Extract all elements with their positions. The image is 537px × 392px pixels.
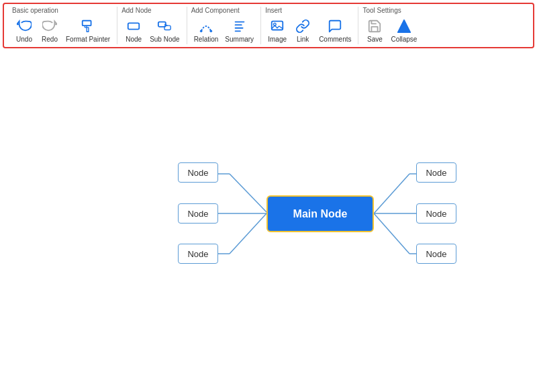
- group-label-insert: Insert: [265, 7, 282, 14]
- summary-label: Summary: [225, 36, 254, 43]
- svg-line-10: [230, 174, 266, 212]
- toolbar: Basic operationUndoRedoFormat PainterAdd…: [3, 3, 534, 48]
- relation-button[interactable]: Relation: [191, 17, 222, 44]
- save-label: Save: [367, 36, 383, 43]
- link-label: Link: [297, 36, 309, 43]
- summary-button[interactable]: Summary: [222, 17, 256, 44]
- collapse-label: Collapse: [391, 36, 417, 43]
- svg-point-6: [209, 30, 212, 33]
- group-label-tool-settings: Tool Settings: [362, 7, 401, 14]
- collapse-icon: [396, 18, 412, 34]
- main-node[interactable]: Main Node: [266, 195, 374, 232]
- group-label-add-component: Add Component: [191, 7, 240, 14]
- node-button[interactable]: Node: [121, 17, 146, 44]
- node-icon: [126, 18, 142, 34]
- svg-point-5: [200, 30, 203, 33]
- image-button[interactable]: Image: [265, 17, 289, 44]
- toolbar-group-basic-operation: Basic operationUndoRedoFormat Painter: [8, 7, 117, 44]
- svg-line-19: [374, 213, 409, 254]
- redo-button: Redo: [38, 17, 62, 44]
- group-buttons-insert: ImageLinkComments: [265, 17, 354, 44]
- toolbar-group-insert: InsertImageLinkComments: [261, 7, 358, 44]
- link-button[interactable]: Link: [291, 17, 315, 44]
- group-buttons-basic-operation: UndoRedoFormat Painter: [12, 17, 113, 44]
- right-node-top[interactable]: Node: [416, 162, 456, 183]
- toolbar-group-tool-settings: Tool SettingsSaveCollapse: [358, 7, 424, 44]
- sub-node-label: Sub Node: [150, 36, 179, 43]
- right-node-mid[interactable]: Node: [416, 203, 456, 224]
- group-buttons-add-component: RelationSummary: [191, 17, 257, 44]
- comments-icon: [327, 18, 343, 34]
- left-node-top[interactable]: Node: [178, 162, 218, 183]
- sub-node-button[interactable]: Sub Node: [147, 17, 182, 44]
- group-buttons-add-node: NodeSub Node: [121, 17, 182, 44]
- group-label-add-node: Add Node: [121, 7, 151, 14]
- undo-icon: [16, 18, 32, 34]
- summary-icon: [232, 18, 248, 34]
- svg-rect-0: [83, 21, 91, 26]
- right-node-bot[interactable]: Node: [416, 244, 456, 264]
- link-icon: [295, 18, 311, 34]
- svg-rect-1: [128, 23, 140, 29]
- image-label: Image: [268, 36, 287, 43]
- svg-line-16: [374, 174, 409, 213]
- undo-label: Undo: [16, 36, 32, 43]
- left-node-bot[interactable]: Node: [178, 244, 218, 264]
- comments-button[interactable]: Comments: [316, 17, 354, 44]
- format-painter-icon: [80, 18, 96, 34]
- relation-icon: [198, 18, 214, 34]
- canvas: Node Node Node Main Node Node Node Node: [0, 51, 537, 392]
- collapse-button[interactable]: Collapse: [388, 17, 420, 44]
- left-node-mid[interactable]: Node: [178, 203, 218, 224]
- svg-line-14: [230, 213, 266, 254]
- sub-node-icon: [156, 18, 173, 34]
- group-label-basic-operation: Basic operation: [12, 7, 58, 14]
- image-icon: [269, 18, 285, 34]
- redo-label: Redo: [42, 36, 58, 43]
- format-painter-button[interactable]: Format Painter: [63, 17, 113, 44]
- undo-button[interactable]: Undo: [12, 17, 36, 44]
- save-icon: [367, 18, 383, 34]
- toolbar-group-add-node: Add NodeNodeSub Node: [117, 7, 187, 44]
- save-button: Save: [362, 17, 387, 44]
- redo-icon: [42, 18, 58, 34]
- svg-rect-7: [272, 21, 283, 30]
- group-buttons-tool-settings: SaveCollapse: [362, 17, 420, 44]
- relation-label: Relation: [194, 36, 219, 43]
- toolbar-group-add-component: Add ComponentRelationSummary: [187, 7, 262, 44]
- format-painter-label: Format Painter: [66, 36, 110, 43]
- svg-marker-9: [398, 20, 410, 32]
- node-label: Node: [126, 36, 142, 43]
- comments-label: Comments: [319, 36, 351, 43]
